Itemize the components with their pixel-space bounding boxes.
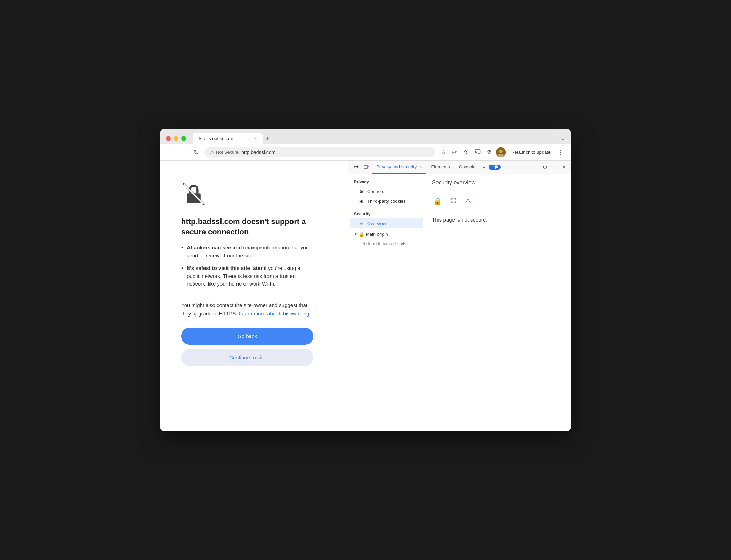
nav-bar: ← → ↻ ⚠ Not Secure http.badssl.com ☆ ✂ 🖨… bbox=[160, 144, 571, 161]
browser-window: Site is not secure × + ⌄ ← → ↻ ⚠ Not Sec… bbox=[160, 129, 571, 431]
privacy-section-label: Privacy bbox=[348, 178, 425, 186]
warning-icon: ⚠ bbox=[210, 150, 215, 155]
security-overview-title: Security overview bbox=[432, 179, 564, 186]
svg-point-2 bbox=[499, 150, 503, 153]
overview-label: Overview bbox=[367, 221, 386, 226]
devtools-sidebar: Privacy ⚙ Controls ◉ Third-party cookies… bbox=[348, 174, 425, 431]
tab-privacy-close-icon[interactable]: × bbox=[419, 164, 422, 169]
security-icons-row: 🔒 ⚠ bbox=[432, 191, 564, 211]
title-bar: Site is not secure × + ⌄ bbox=[160, 129, 571, 144]
sidebar-item-overview[interactable]: ⚠ Overview bbox=[350, 218, 423, 228]
scissors-icon[interactable]: ✂ bbox=[450, 147, 458, 158]
warning-status-icon[interactable]: ⚠ bbox=[464, 195, 473, 207]
warning-bullet-list: Attackers can see and change information… bbox=[181, 244, 313, 293]
tab-title: Site is not secure bbox=[199, 136, 251, 141]
continue-to-site-button[interactable]: Continue to site bbox=[181, 349, 313, 366]
tab-privacy-security[interactable]: Privacy and security × bbox=[372, 161, 426, 174]
refresh-button[interactable]: ↻ bbox=[192, 147, 200, 158]
maximize-button[interactable] bbox=[181, 136, 186, 141]
more-tabs-button[interactable]: » bbox=[480, 162, 487, 173]
collapse-icon: ▼ bbox=[354, 232, 358, 236]
not-secure-label: Not Secure bbox=[216, 150, 239, 155]
svg-rect-9 bbox=[368, 166, 369, 168]
tab-console[interactable]: Console bbox=[455, 161, 480, 174]
close-button[interactable] bbox=[166, 136, 171, 141]
main-origin-header[interactable]: ▼ 🔒 Main origin bbox=[348, 230, 425, 239]
main-origin-group: ▼ 🔒 Main origin Reload to view details bbox=[348, 228, 425, 250]
nav-actions: ☆ ✂ 🖨 ⚗ Relaunch to update ⋮ bbox=[439, 147, 565, 158]
traffic-lights bbox=[166, 136, 186, 141]
learn-more-link[interactable]: Learn more about this warning bbox=[239, 311, 310, 317]
main-origin-lock-icon: 🔒 bbox=[359, 232, 364, 237]
devtools-body: Privacy ⚙ Controls ◉ Third-party cookies… bbox=[348, 174, 571, 431]
controls-label: Controls bbox=[367, 189, 384, 194]
lock-icon-container bbox=[181, 182, 206, 208]
cast-icon[interactable] bbox=[473, 147, 482, 158]
page-heading: http.badssl.com doesn't support a secure… bbox=[181, 216, 313, 237]
bullet2-bold: It's safest to visit this site later bbox=[187, 265, 263, 271]
new-tab-button[interactable]: + bbox=[263, 134, 272, 143]
tabs-area: Site is not secure × + bbox=[193, 133, 557, 144]
device-toggle-icon[interactable] bbox=[362, 162, 371, 173]
sidebar-item-controls[interactable]: ⚙ Controls bbox=[350, 186, 423, 196]
bookmark-icon[interactable]: ☆ bbox=[439, 147, 448, 158]
go-back-button[interactable]: Go back bbox=[181, 328, 313, 345]
inspect-element-icon[interactable] bbox=[351, 162, 361, 173]
overview-warning-icon: ⚠ bbox=[358, 221, 364, 226]
svg-rect-8 bbox=[364, 166, 368, 168]
tab-elements[interactable]: Elements bbox=[427, 161, 454, 174]
devtools-panel: Privacy and security × Elements Console … bbox=[348, 161, 571, 431]
broken-lock-icon bbox=[181, 182, 206, 207]
devtools-main-panel: Security overview 🔒 ⚠ This page is not s… bbox=[425, 174, 571, 431]
controls-icon: ⚙ bbox=[358, 189, 364, 194]
main-origin-label: Main origin bbox=[366, 232, 388, 237]
bullet-item-1: Attackers can see and change information… bbox=[181, 244, 313, 259]
lock-status-icon[interactable]: 🔒 bbox=[432, 195, 443, 207]
devtools-close-icon[interactable]: × bbox=[561, 161, 568, 173]
tab-privacy-security-label: Privacy and security bbox=[376, 164, 417, 169]
warning-paragraph: You might also contact the site owner an… bbox=[181, 301, 313, 318]
print-icon[interactable]: 🖨 bbox=[461, 147, 470, 157]
expand-status-icon[interactable] bbox=[449, 196, 458, 207]
not-secure-badge: ⚠ Not Secure bbox=[210, 150, 239, 155]
devtools-settings-icon[interactable]: ⚙ bbox=[540, 161, 549, 173]
tab-close-button[interactable]: × bbox=[254, 136, 257, 141]
relaunch-button[interactable]: Relaunch to update bbox=[508, 148, 553, 156]
security-section-label: Security bbox=[348, 210, 425, 218]
devtools-more-icon[interactable]: ⋮ bbox=[550, 161, 560, 173]
forward-button[interactable]: → bbox=[179, 147, 188, 157]
devtools-tabs: Privacy and security × Elements Console … bbox=[348, 161, 571, 174]
notification-badge: 1 💬 bbox=[489, 165, 501, 170]
bullet1-bold: Attackers can see and change bbox=[187, 245, 262, 250]
user-avatar[interactable] bbox=[496, 147, 506, 157]
security-status-text: This page is not secure. bbox=[432, 217, 564, 223]
labs-icon[interactable]: ⚗ bbox=[485, 147, 493, 158]
page-content: http.badssl.com doesn't support a secure… bbox=[160, 161, 348, 431]
cookies-icon: ◉ bbox=[358, 198, 364, 204]
address-bar[interactable]: ⚠ Not Secure http.badssl.com bbox=[204, 147, 435, 157]
url-text: http.badssl.com bbox=[241, 150, 275, 155]
main-area: http.badssl.com doesn't support a secure… bbox=[160, 161, 571, 431]
back-button[interactable]: ← bbox=[166, 147, 175, 157]
active-tab[interactable]: Site is not secure × bbox=[193, 133, 263, 144]
minimize-button[interactable] bbox=[174, 136, 178, 141]
sidebar-item-cookies[interactable]: ◉ Third-party cookies bbox=[350, 196, 423, 206]
more-menu-icon[interactable]: ⋮ bbox=[556, 147, 565, 158]
cookies-label: Third-party cookies bbox=[367, 199, 406, 204]
bullet-item-2: It's safest to visit this site later if … bbox=[181, 264, 313, 288]
tab-list-chevron[interactable]: ⌄ bbox=[561, 136, 565, 141]
reload-to-view-details: Reload to view details bbox=[348, 239, 425, 248]
